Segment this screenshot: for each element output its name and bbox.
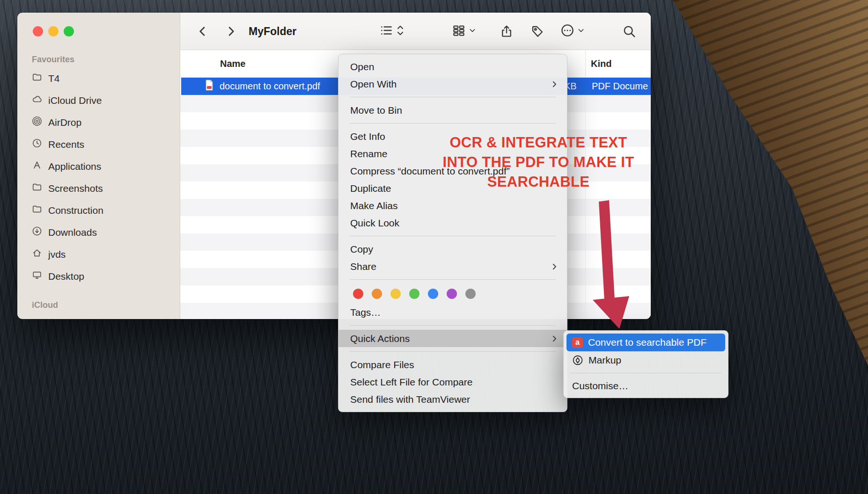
clock-icon: [32, 138, 42, 151]
menu-item-open[interactable]: Open: [338, 58, 567, 75]
menu-item-duplicate[interactable]: Duplicate: [338, 180, 567, 197]
sidebar-item-applications[interactable]: Applications: [17, 155, 180, 177]
sidebar-item-label: jvds: [48, 249, 66, 260]
close-window-button[interactable]: [33, 26, 43, 36]
sidebar-item-label: Screenshots: [48, 183, 103, 194]
menu-item-compare-files[interactable]: Compare Files: [338, 356, 567, 373]
menu-separator: [350, 236, 556, 236]
view-list-control[interactable]: [379, 23, 405, 39]
zoom-window-button[interactable]: [64, 26, 74, 36]
pdf-file-icon: [205, 80, 214, 93]
menu-item-quick-look[interactable]: Quick Look: [338, 214, 567, 232]
file-kind: PDF Docume: [592, 81, 648, 92]
sidebar-item-construction[interactable]: Construction: [17, 199, 180, 221]
sidebar-item-recents[interactable]: Recents: [17, 133, 180, 155]
tag-dot-purple[interactable]: [447, 289, 457, 299]
column-header-kind[interactable]: Kind: [591, 58, 611, 69]
tag-dot-grey[interactable]: [465, 289, 476, 299]
airdrop-icon: [32, 116, 42, 129]
sidebar-item-label: Downloads: [48, 227, 97, 238]
menu-separator: [350, 325, 556, 326]
sidebar-item-icloud-drive[interactable]: iCloud Drive: [17, 89, 180, 111]
traffic-lights: [33, 26, 74, 36]
desktop-icon: [32, 270, 42, 283]
tags-button[interactable]: [530, 24, 544, 38]
searchable-pdf-icon: a: [572, 337, 583, 348]
search-icon[interactable]: [622, 24, 636, 38]
menu-item-get-info[interactable]: Get Info: [338, 128, 567, 145]
menu-separator: [350, 351, 556, 352]
menu-item-copy[interactable]: Copy: [338, 240, 567, 258]
menu-item-rename[interactable]: Rename: [338, 145, 567, 162]
ellipsis-circle-icon: [560, 23, 574, 39]
tag-dot-blue[interactable]: [428, 289, 438, 299]
applications-icon: [32, 160, 42, 173]
menu-separator: [350, 97, 556, 97]
sidebar-item-screenshots[interactable]: Screenshots: [17, 177, 180, 199]
cliff-rock: [673, 0, 868, 494]
sidebar: Favourites T4 iCloud Drive AirDrop Recen…: [17, 13, 180, 319]
sidebar-item-label: Desktop: [48, 271, 84, 282]
sidebar-item-label: T4: [48, 73, 60, 84]
menu-item-send-teamviewer[interactable]: Send files with TeamViewer: [338, 391, 567, 408]
sidebar-section-favourites: Favourites: [32, 55, 180, 65]
sidebar-section-icloud: iCloud: [32, 300, 180, 310]
toolbar: MyFolder: [180, 13, 651, 50]
sidebar-item-jvds[interactable]: jvds: [17, 243, 180, 265]
sidebar-item-label: Construction: [48, 205, 103, 216]
chevron-down-icon: [577, 27, 585, 36]
sidebar-item-downloads[interactable]: Downloads: [17, 221, 180, 243]
chevron-up-down-icon: [396, 24, 405, 38]
menu-item-move-to-bin[interactable]: Move to Bin: [338, 102, 567, 119]
quick-actions-submenu: a Convert to searchable PDF Markup Custo…: [563, 330, 728, 398]
sidebar-item-t4[interactable]: T4: [17, 67, 180, 89]
chevron-right-icon: [550, 80, 559, 88]
menu-item-open-with[interactable]: Open With: [338, 75, 567, 93]
folder-icon: [32, 204, 42, 217]
markup-icon: [572, 355, 583, 366]
share-button[interactable]: [500, 24, 514, 38]
sidebar-item-label: AirDrop: [48, 117, 81, 128]
menu-item-compress[interactable]: Compress “document to convert.pdf”: [338, 162, 567, 180]
downloads-icon: [32, 226, 42, 239]
sidebar-item-label: iCloud Drive: [48, 95, 102, 106]
cloud-icon: [32, 94, 42, 107]
menu-item-share[interactable]: Share: [338, 258, 567, 275]
tag-dot-orange[interactable]: [372, 289, 382, 299]
column-divider: [585, 50, 586, 77]
folder-icon: [32, 72, 42, 85]
sidebar-item-airdrop[interactable]: AirDrop: [17, 111, 180, 133]
menu-separator: [350, 279, 556, 280]
context-menu: Open Open With Move to Bin Get Info Rena…: [338, 54, 567, 412]
column-divider: [585, 78, 586, 319]
column-header-name[interactable]: Name: [220, 58, 245, 69]
menu-item-quick-actions[interactable]: Quick Actions: [338, 330, 567, 347]
menu-item-make-alias[interactable]: Make Alias: [338, 197, 567, 214]
group-icon: [452, 23, 466, 39]
tag-dot-red[interactable]: [353, 289, 363, 299]
submenu-item-customise[interactable]: Customise…: [566, 377, 725, 395]
menu-separator: [350, 123, 556, 124]
group-by-control[interactable]: [452, 23, 476, 39]
chevron-down-icon: [469, 27, 476, 36]
file-name: document to convert.pdf: [220, 81, 320, 92]
more-actions-control[interactable]: [560, 23, 585, 39]
forward-button[interactable]: [224, 25, 237, 38]
menu-item-tags[interactable]: Tags…: [338, 304, 567, 321]
menu-separator: [570, 373, 721, 373]
chevron-right-icon: [550, 334, 559, 343]
submenu-item-markup[interactable]: Markup: [566, 351, 725, 369]
window-title: MyFolder: [249, 25, 296, 37]
sidebar-item-desktop[interactable]: Desktop: [17, 265, 180, 287]
minimize-window-button[interactable]: [48, 26, 59, 36]
home-icon: [32, 248, 42, 261]
list-view-icon: [379, 23, 393, 39]
menu-item-select-left-file[interactable]: Select Left File for Compare: [338, 373, 567, 391]
tag-dot-yellow[interactable]: [390, 289, 401, 299]
tag-dot-green[interactable]: [409, 289, 419, 299]
sidebar-item-label: Recents: [48, 139, 84, 150]
submenu-item-convert-searchable-pdf[interactable]: a Convert to searchable PDF: [566, 334, 725, 351]
back-button[interactable]: [196, 25, 209, 38]
tag-color-row: [338, 284, 567, 304]
sidebar-list: T4 iCloud Drive AirDrop Recents Applicat…: [17, 67, 180, 287]
